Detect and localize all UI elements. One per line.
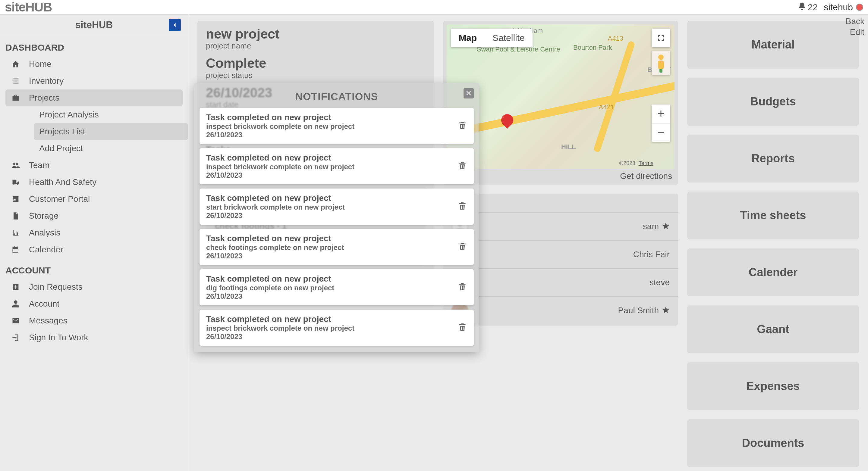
notification-title: Task completed on new project (206, 274, 334, 284)
sidebar-item-label: Team (29, 161, 50, 170)
map-fullscreen-button[interactable] (652, 29, 670, 47)
map-terms-link[interactable]: Terms (639, 160, 653, 167)
notification-delete-button[interactable] (458, 322, 467, 333)
notification-delete-button[interactable] (458, 161, 467, 172)
notification-date: 26/10/2023 (206, 131, 354, 139)
sidebar-subitem-project-analysis[interactable]: Project Analysis (34, 106, 188, 123)
notifications-close-button[interactable]: ✕ (464, 88, 474, 99)
sidebar-section-account: ACCOUNT (0, 258, 188, 278)
sidebar-header: siteHUB (0, 15, 188, 35)
right-nav-button[interactable]: Gaant (687, 305, 859, 353)
brand-logo[interactable]: siteHUB (5, 0, 52, 14)
sidebar-item-sign-in-work[interactable]: Sign In To Work (5, 329, 183, 346)
notification-delete-button[interactable] (458, 282, 467, 293)
notifications-list: Task completed on new project inspect br… (199, 108, 474, 346)
notification-item[interactable]: Task completed on new project inspect br… (199, 148, 474, 184)
trash-icon (458, 282, 467, 292)
map-label: HILL (561, 143, 576, 151)
notification-item[interactable]: Task completed on new project inspect br… (199, 108, 474, 144)
list-icon (11, 77, 21, 85)
notification-delete-button[interactable] (458, 121, 467, 131)
user-menu[interactable]: sitehub (824, 2, 863, 12)
sidebar-item-projects[interactable]: Projects (5, 90, 183, 106)
notifications-bell[interactable]: 22 (798, 2, 818, 13)
map-copyright: ©2023 (619, 160, 635, 167)
map-zoom-controls: + − (652, 104, 670, 142)
notification-item[interactable]: Task completed on new project start bric… (199, 189, 474, 225)
map-type-toggle: Map Satellite (451, 29, 532, 47)
sidebar-item-label: Account (29, 299, 59, 309)
sidebar-item-label: Add Project (39, 144, 83, 153)
get-directions-link[interactable]: Get directions (447, 169, 675, 181)
sidebar-item-label: Sign In To Work (29, 333, 88, 342)
sidebar-item-label: Health And Safety (29, 177, 96, 187)
map-canvas[interactable]: ickingham Swan Pool & Leisure Centre Bou… (447, 24, 675, 169)
notification-item[interactable]: Task completed on new project check foot… (199, 229, 474, 265)
topbar-right: 22 sitehub (798, 2, 863, 13)
trash-icon (458, 161, 467, 170)
sidebar-item-join-requests[interactable]: Join Requests (5, 278, 183, 296)
mail-icon (11, 316, 21, 325)
notification-delete-button[interactable] (458, 241, 467, 253)
notification-title: Task completed on new project (206, 153, 354, 163)
sidebar-item-customer-portal[interactable]: Customer Portal (5, 191, 183, 207)
signin-icon (11, 333, 21, 342)
sidebar-item-messages[interactable]: Messages (5, 312, 183, 329)
notification-subtitle: start brickwork complete on new project (206, 203, 345, 211)
notification-subtitle: inspect brickwork complete on new projec… (206, 163, 354, 171)
sidebar-item-home[interactable]: Home (5, 56, 183, 73)
sidebar-item-account[interactable]: Account (5, 296, 183, 312)
edit-link[interactable]: Edit (846, 27, 864, 38)
map-zoom-out[interactable]: − (652, 124, 670, 142)
trash-icon (458, 121, 467, 130)
star-icon (662, 306, 670, 315)
home-icon (11, 60, 21, 68)
sidebar-item-label: Inventory (29, 76, 64, 86)
notification-item[interactable]: Task completed on new project inspect br… (199, 310, 474, 346)
notification-item[interactable]: Task completed on new project dig footin… (199, 269, 474, 305)
project-name-label: project name (206, 41, 426, 51)
notification-date: 26/10/2023 (206, 252, 344, 260)
map-button-map[interactable]: Map (451, 29, 485, 47)
back-edit-controls: Back Edit (846, 16, 864, 38)
right-nav-button[interactable]: Expenses (687, 362, 859, 410)
notifications-title: NOTIFICATIONS (296, 91, 378, 102)
sidebar-item-analysis[interactable]: Analysis (5, 224, 183, 241)
right-nav-button[interactable]: Documents (687, 419, 859, 467)
sidebar-subitem-projects-list[interactable]: Projects List (34, 123, 188, 140)
map-pegman-button[interactable] (652, 51, 670, 75)
right-nav-button[interactable]: Budgets (687, 78, 859, 126)
sidebar-item-team[interactable]: Team (5, 157, 183, 174)
notification-date: 26/10/2023 (206, 333, 354, 341)
map-zoom-in[interactable]: + (652, 104, 670, 124)
project-name: new project (206, 27, 426, 41)
main-region: siteHUB DASHBOARD Home Inventory Project… (0, 15, 868, 471)
right-nav-button[interactable]: Calender (687, 248, 859, 296)
notification-subtitle: check footings complete on new project (206, 243, 344, 252)
sidebar-item-storage[interactable]: Storage (5, 207, 183, 224)
chart-icon (11, 229, 21, 237)
topbar: siteHUB 22 sitehub (0, 0, 868, 15)
sidebar-item-health-safety[interactable]: Health And Safety (5, 174, 183, 191)
back-link[interactable]: Back (846, 16, 864, 27)
sidebar-item-label: Project Analysis (39, 110, 99, 120)
map-label: Bourton Park (573, 44, 612, 52)
sidebar-item-label: Calender (29, 245, 63, 255)
sidebar-collapse-button[interactable] (169, 19, 181, 31)
right-nav-button[interactable]: Reports (687, 135, 859, 182)
sidebar-item-inventory[interactable]: Inventory (5, 73, 183, 90)
notification-title: Task completed on new project (206, 234, 344, 243)
fullscreen-icon (657, 34, 665, 42)
star-icon (662, 222, 670, 231)
project-status: Complete (206, 56, 426, 70)
pegman-icon (655, 55, 666, 71)
truck-icon (11, 178, 21, 187)
team-member-name: steve (650, 278, 670, 287)
close-icon: ✕ (466, 89, 472, 98)
sidebar-item-calender[interactable]: Calender (5, 241, 183, 258)
right-nav-button[interactable]: Time sheets (687, 192, 859, 239)
sidebar-subitem-add-project[interactable]: Add Project (34, 140, 188, 157)
notification-delete-button[interactable] (458, 201, 467, 212)
right-nav-button[interactable]: Material (687, 21, 859, 69)
map-button-satellite[interactable]: Satellite (485, 29, 532, 47)
